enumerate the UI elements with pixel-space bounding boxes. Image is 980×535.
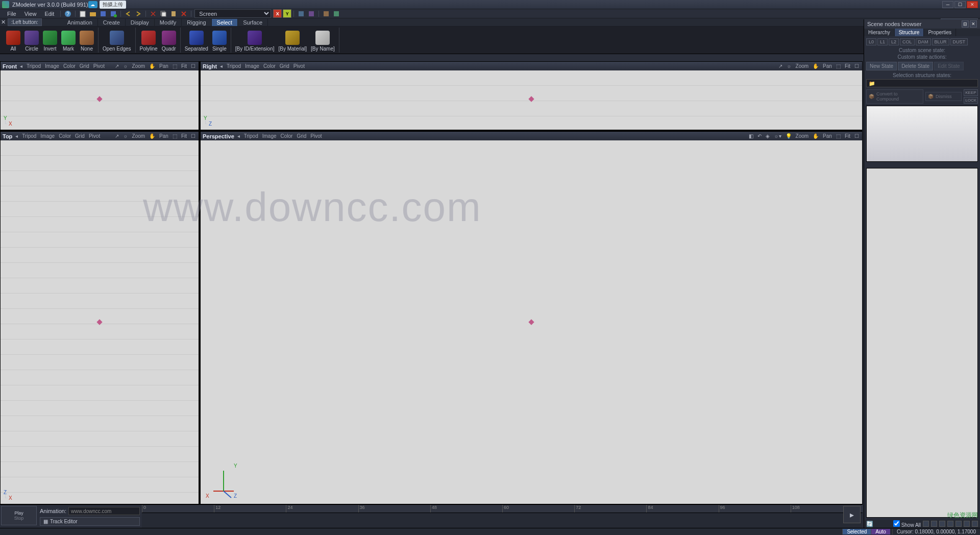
vp-maximize-icon[interactable]: ☐	[853, 63, 860, 69]
vp-maximize-icon[interactable]: ☐	[190, 133, 197, 139]
minimize-button[interactable]: ─	[942, 1, 953, 8]
tree-area[interactable]	[866, 168, 978, 518]
left-button-label[interactable]: :Left button:	[8, 18, 42, 26]
vp-pivot[interactable]: Pivot	[92, 63, 106, 69]
vp-tripod[interactable]: Tripod	[243, 133, 259, 139]
ribbon-quadr[interactable]: Quadr	[160, 28, 178, 53]
view-btn-6[interactable]	[964, 521, 970, 527]
vp-zoom[interactable]: Zoom	[795, 63, 810, 69]
axis-x-toggle[interactable]: X	[273, 9, 282, 18]
coordinate-dropdown[interactable]: Screen	[194, 9, 271, 18]
vp-image[interactable]: Image	[261, 133, 278, 139]
ribbon-none[interactable]: None	[78, 28, 96, 53]
vp-arrow-icon[interactable]: ↗	[777, 63, 783, 69]
view-btn-7[interactable]	[972, 521, 978, 527]
vp-arrow-icon[interactable]: ↗	[114, 63, 120, 69]
vp-pan[interactable]: Pan	[158, 133, 169, 139]
vp-color[interactable]: Color	[62, 63, 77, 69]
ribbon-single[interactable]: Single	[210, 28, 229, 53]
convert-compound-button[interactable]: 📦 Convert to Compound	[866, 89, 923, 104]
tab-animation[interactable]: Animation	[62, 19, 98, 26]
panel-pin-icon[interactable]: ⊟	[962, 20, 969, 28]
lod-l0[interactable]: L0	[866, 38, 876, 45]
tool-icon-2[interactable]	[307, 10, 316, 18]
tab-properties[interactable]: Properties	[924, 29, 956, 36]
vp-pivot[interactable]: Pivot	[309, 133, 323, 139]
vp-maximize-icon[interactable]: ☐	[853, 133, 860, 139]
vp-eraser-icon[interactable]: ◧	[748, 133, 754, 139]
vp-fit-icon[interactable]: ⬚	[835, 63, 842, 69]
dismiss-button[interactable]: 📦 Dismiss	[925, 92, 962, 101]
vp-zoom[interactable]: Zoom	[131, 63, 146, 69]
vp-pivot[interactable]: Pivot	[88, 133, 101, 139]
tool-icon-3[interactable]	[322, 10, 331, 18]
vp-maximize-icon[interactable]: ☐	[190, 63, 197, 69]
vp-tripod[interactable]: Tripod	[26, 63, 42, 69]
timeline-end-button[interactable]: ▸	[843, 506, 861, 523]
vp-fit-icon[interactable]: ⬚	[172, 63, 178, 69]
vp-undo-icon[interactable]: ↶	[756, 133, 763, 139]
copy-icon[interactable]	[159, 10, 168, 18]
lod-blur[interactable]: BLUR	[932, 38, 949, 45]
cut-icon[interactable]	[149, 10, 158, 18]
vp-collapse-icon[interactable]: ◂	[219, 63, 224, 69]
vp-diamond-icon[interactable]: ◈	[765, 133, 771, 139]
lod-col[interactable]: COL	[900, 38, 915, 45]
vp-grid[interactable]: Grid	[279, 63, 290, 69]
panel-close-icon[interactable]: ✕	[970, 20, 977, 28]
vp-color[interactable]: Color	[262, 63, 277, 69]
status-selected[interactable]: Selected	[842, 529, 871, 534]
close-panel-icon[interactable]: ✕	[1, 19, 6, 26]
vp-light-icon[interactable]: ☼	[122, 63, 129, 69]
tab-rigging[interactable]: Rigging	[182, 19, 211, 26]
tab-structure[interactable]: Structure	[895, 29, 924, 36]
saveas-icon[interactable]	[109, 10, 118, 18]
lod-l1[interactable]: L1	[877, 38, 888, 45]
animation-input[interactable]	[68, 507, 140, 515]
tool-icon-1[interactable]	[297, 10, 306, 18]
lod-l2[interactable]: L2	[889, 38, 899, 45]
vp-arrow-icon[interactable]: ↗	[114, 133, 120, 139]
view-btn-4[interactable]	[947, 521, 953, 527]
view-btn-2[interactable]	[931, 521, 937, 527]
ribbon-circle[interactable]: Circle	[22, 28, 41, 53]
redo-icon[interactable]	[134, 10, 143, 18]
tab-display[interactable]: Display	[126, 19, 155, 26]
maximize-button[interactable]: ☐	[954, 1, 966, 8]
view-btn-3[interactable]	[939, 521, 945, 527]
cloud-upload-widget[interactable]: ☁ 拍摄上传	[88, 1, 126, 9]
tab-create[interactable]: Create	[98, 19, 126, 26]
paste-icon[interactable]	[169, 10, 178, 18]
tab-surface[interactable]: Surface	[238, 19, 268, 26]
vp-tripod[interactable]: Tripod	[226, 63, 242, 69]
save-icon[interactable]	[99, 10, 108, 18]
vp-fit-icon[interactable]: ⬚	[835, 133, 842, 139]
view-btn-5[interactable]	[955, 521, 962, 527]
undo-icon[interactable]	[124, 10, 133, 18]
help-icon[interactable]: ?	[63, 10, 72, 18]
axis-y-toggle[interactable]: Y	[283, 9, 291, 18]
vp-hand-icon[interactable]: ✋	[812, 63, 820, 69]
new-icon[interactable]	[78, 10, 87, 18]
vp-image[interactable]: Image	[44, 63, 60, 69]
ribbon-separated[interactable]: Separated	[183, 28, 210, 53]
ribbon-all[interactable]: All	[4, 28, 22, 53]
menu-file[interactable]: File	[3, 11, 20, 17]
timeline[interactable]: 01224364860728496108 ▸	[142, 505, 863, 528]
lod-dust[interactable]: DUST	[950, 38, 968, 45]
close-button[interactable]: ✕	[967, 1, 978, 8]
vp-color[interactable]: Color	[58, 133, 72, 139]
view-btn-1[interactable]	[923, 521, 929, 527]
lock-button[interactable]: LOCK	[964, 97, 978, 104]
track-editor-button[interactable]: ▦ Track Editor	[40, 517, 140, 526]
vp-fit[interactable]: Fit	[844, 63, 851, 69]
vp-collapse-icon[interactable]: ◂	[14, 133, 19, 139]
vp-fit[interactable]: Fit	[180, 133, 188, 139]
vp-pivot[interactable]: Pivot	[292, 63, 306, 69]
vp-zoom[interactable]: Zoom	[131, 133, 146, 139]
vp-hand-icon[interactable]: ✋	[148, 133, 156, 139]
ribbon-open-edges[interactable]: Open Edges	[101, 28, 133, 53]
menu-edit[interactable]: Edit	[40, 11, 58, 17]
tab-select[interactable]: Select	[212, 19, 238, 26]
tab-modify[interactable]: Modify	[155, 19, 182, 26]
